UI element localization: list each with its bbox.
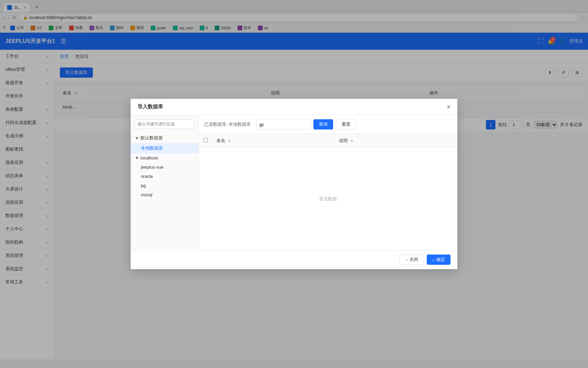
select-all-checkbox[interactable] [203, 138, 208, 142]
confirm-icon: ○ [432, 257, 435, 262]
tree-item-local-db[interactable]: 本地数据库 [131, 143, 198, 153]
tree-item-oracle[interactable]: oracle [131, 172, 198, 181]
table-search-input[interactable] [256, 119, 311, 129]
tree-expand-icon: ▼ [135, 136, 139, 141]
tree-item-jeeplus-vue[interactable]: jeeplus-vue [131, 163, 198, 172]
empty-data-placeholder: 暂无数据 [199, 148, 457, 250]
tree-item-label: pg [141, 183, 146, 188]
tree-group-default[interactable]: ▼ 默认数据源 [131, 133, 198, 143]
modal-sidebar: ▼ 默认数据源 本地数据库 ▼ localhost jeeplus-vue or… [131, 115, 199, 250]
tree-group-label: 默认数据源 [141, 135, 163, 141]
cancel-label: 关闭 [409, 257, 418, 263]
sidebar-filter-input[interactable] [135, 119, 194, 129]
modal-title: 导入数据库 [137, 104, 163, 110]
tree-item-label: oracle [141, 174, 153, 179]
col-label: 说明 [339, 138, 348, 143]
query-button[interactable]: 查询 [313, 119, 333, 129]
col-label: 表名 [216, 138, 225, 143]
confirm-button[interactable]: ○ 确定 [427, 255, 451, 265]
modal-search-bar: 已选数据库: 本地数据库 查询 重置 [199, 115, 457, 134]
modal-body: ▼ 默认数据源 本地数据库 ▼ localhost jeeplus-vue or… [131, 115, 457, 250]
modal-main: 已选数据库: 本地数据库 查询 重置 [199, 115, 457, 250]
import-database-modal: 导入数据库 × ▼ 默认数据源 本地数据库 ▼ [131, 99, 457, 269]
selected-db-label: 已选数据库: 本地数据库 [204, 121, 251, 127]
tree-item-label: mssql [141, 192, 152, 197]
modal-data-table: 表名 ⇅ 说明 ⇅ [199, 134, 457, 148]
tree-group-label: localhost [141, 155, 158, 160]
tree-item-label: 本地数据库 [141, 145, 163, 151]
modal-header: 导入数据库 × [131, 99, 457, 115]
modal-overlay: 导入数据库 × ▼ 默认数据源 本地数据库 ▼ [0, 0, 588, 359]
cancel-icon: ○ [405, 257, 408, 262]
col-table-desc: 说明 ⇅ [335, 134, 457, 148]
modal-table-area: 表名 ⇅ 说明 ⇅ 暂无数据 [199, 134, 457, 250]
modal-close-button[interactable]: × [447, 104, 451, 110]
modal-footer: ○ 关闭 ○ 确定 [131, 250, 457, 269]
reset-button[interactable]: 重置 [336, 119, 356, 129]
tree-expand-icon: ▼ [135, 155, 139, 160]
tree-item-label: jeeplus-vue [141, 165, 164, 170]
sort-icon[interactable]: ⇅ [350, 139, 353, 143]
tree-item-mssql[interactable]: mssql [131, 190, 198, 199]
tree-item-pg[interactable]: pg [131, 181, 198, 190]
col-checkbox [199, 134, 212, 148]
sidebar-search-area [131, 119, 198, 133]
col-table-name: 表名 ⇅ [212, 134, 335, 148]
confirm-label: 确定 [436, 257, 445, 263]
cancel-button[interactable]: ○ 关闭 [399, 255, 424, 265]
sort-icon[interactable]: ⇅ [228, 139, 231, 143]
tree-group-localhost[interactable]: ▼ localhost [131, 153, 198, 163]
